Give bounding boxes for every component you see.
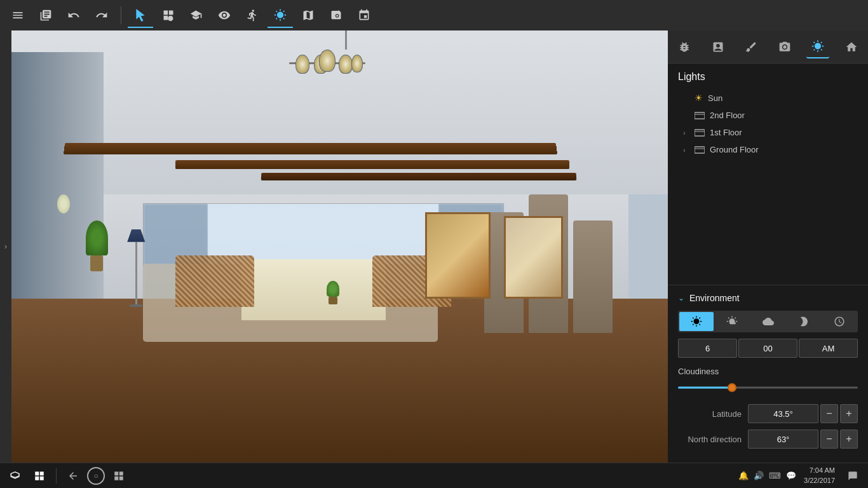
1st-floor-label: 1st Floor	[710, 128, 742, 137]
lamp-shade-left	[127, 229, 145, 242]
lights-section: Lights ☀ Sun 2nd Floor ›	[668, 64, 868, 163]
chandelier-bulb-center	[319, 50, 336, 72]
latitude-field[interactable]: 43.5°	[748, 404, 818, 423]
latitude-label: Latitude	[678, 409, 742, 419]
hour-input[interactable]: 6	[678, 339, 737, 358]
panel-build-icon[interactable]	[707, 36, 729, 58]
sun-icon: ☀	[695, 93, 703, 103]
north-direction-label: North direction	[678, 435, 742, 444]
2nd-floor-icon	[695, 111, 705, 120]
undo-icon[interactable]	[61, 3, 86, 28]
left-nav[interactable]: ›	[0, 30, 11, 463]
redo-icon[interactable]	[89, 3, 114, 28]
cloudiness-slider[interactable]	[678, 381, 858, 394]
language-icon[interactable]: 💬	[786, 471, 796, 480]
keyboard-icon[interactable]: ⌨	[769, 471, 781, 480]
3d-export-icon[interactable]	[351, 3, 377, 28]
1st-floor-light-item[interactable]: › 1st Floor	[678, 124, 858, 141]
cloudiness-label: Cloudiness	[678, 367, 858, 376]
1st-floor-icon	[695, 128, 705, 137]
time-row: 6 00 AM	[678, 339, 858, 358]
sun-light-item[interactable]: ☀ Sun	[678, 89, 858, 107]
action-center-icon[interactable]	[843, 466, 863, 486]
slider-thumb[interactable]	[728, 383, 736, 392]
1st-floor-expand: ›	[683, 129, 691, 137]
main-area: ›	[0, 30, 868, 463]
notification-icon[interactable]: 🔔	[738, 471, 749, 480]
sky-cloudy-btn[interactable]	[750, 312, 785, 331]
north-direction-field[interactable]: 63°	[748, 430, 818, 449]
plant-leaves	[86, 220, 108, 255]
sky-time-btn[interactable]	[822, 312, 857, 331]
latitude-plus-btn[interactable]: +	[840, 404, 858, 423]
latitude-value: 43.5°	[773, 409, 793, 419]
back-icon[interactable]	[63, 466, 83, 486]
windows-logo-icon[interactable]	[29, 466, 50, 486]
panel-lighting-icon[interactable]	[806, 36, 829, 58]
svg-rect-2	[695, 130, 705, 136]
sky-partly-cloudy-btn[interactable]	[715, 312, 749, 331]
ground-floor-label: Ground Floor	[710, 145, 759, 154]
chandelier-bulb-3	[339, 55, 353, 74]
plant-pot	[90, 255, 103, 271]
north-direction-plus-btn[interactable]: +	[840, 430, 858, 449]
north-direction-row: North direction 63° − +	[678, 430, 858, 449]
hour-value: 6	[705, 344, 710, 353]
windows-start-icon[interactable]	[5, 466, 25, 486]
ground-floor-light-item[interactable]: › Ground Floor	[678, 141, 858, 158]
minute-input[interactable]: 00	[738, 339, 797, 358]
environment-title: Environment	[689, 293, 740, 303]
sun-tool-icon[interactable]	[268, 3, 293, 28]
panel-camera-icon[interactable]	[773, 36, 796, 58]
sky-night-btn[interactable]	[787, 312, 821, 331]
toolbar-separator-1	[121, 6, 121, 24]
arrange-icon[interactable]	[156, 3, 181, 28]
task-view-icon[interactable]	[109, 466, 129, 486]
volume-icon[interactable]: 🔊	[754, 471, 764, 480]
sofa	[241, 259, 386, 320]
sun-expand	[683, 94, 691, 102]
latitude-minus-btn[interactable]: −	[820, 404, 838, 423]
camera-icon[interactable]	[323, 3, 349, 28]
armchair-1	[175, 255, 254, 308]
svg-rect-0	[695, 112, 705, 119]
viewport[interactable]	[11, 30, 668, 463]
clock-time: 7:04 AM	[804, 466, 835, 475]
system-clock[interactable]: 7:04 AM 3/22/2017	[804, 466, 835, 485]
environment-header[interactable]: ⌄ Environment	[678, 293, 858, 303]
left-nav-arrow[interactable]: ›	[4, 242, 7, 251]
panel-icon-bar	[668, 30, 868, 64]
measure-icon[interactable]	[295, 3, 321, 28]
taskbar-sep-1	[56, 468, 57, 484]
sun-label: Sun	[708, 93, 722, 103]
select-tool-icon[interactable]	[128, 3, 153, 28]
artwork-2	[504, 216, 563, 298]
beam-1	[63, 143, 557, 154]
lamp-pole	[135, 242, 137, 304]
panel-furniture-icon[interactable]	[673, 36, 696, 58]
3d-scene	[11, 30, 668, 463]
panel-material-icon[interactable]	[740, 36, 763, 58]
library-icon[interactable]	[33, 3, 58, 28]
walk-icon[interactable]	[240, 3, 265, 28]
sys-tray-icons: 🔔 🔊 ⌨ 💬	[738, 471, 796, 480]
cortana-icon[interactable]: ○	[87, 467, 105, 485]
small-plant-pot	[329, 297, 337, 304]
north-direction-minus-btn[interactable]: −	[820, 430, 838, 449]
panel-home-icon[interactable]	[840, 36, 863, 58]
lights-title: Lights	[678, 71, 858, 83]
wall-sconce	[57, 194, 83, 214]
north-direction-value: 63°	[777, 435, 790, 444]
sky-clear-btn[interactable]	[679, 312, 714, 331]
dining-chair-3	[573, 220, 613, 333]
edit-icon[interactable]	[184, 3, 209, 28]
right-panel: Lights ☀ Sun 2nd Floor ›	[668, 30, 868, 463]
menu-icon[interactable]	[5, 3, 31, 28]
chandelier-bulb-1	[295, 55, 309, 74]
2nd-floor-light-item[interactable]: 2nd Floor	[678, 107, 858, 124]
view-icon[interactable]	[212, 3, 237, 28]
period-input[interactable]: AM	[799, 339, 858, 358]
plant-left	[77, 220, 116, 307]
artwork-1	[425, 212, 491, 299]
sky-type-buttons	[678, 311, 858, 332]
